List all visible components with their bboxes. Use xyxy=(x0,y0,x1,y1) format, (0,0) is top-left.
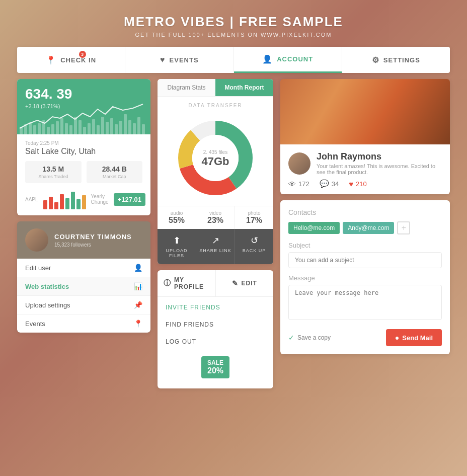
nav-events[interactable]: ♥ EVENTS xyxy=(125,47,233,73)
menu-edit-label: Edit user xyxy=(25,264,51,272)
likes-value: 210 xyxy=(356,180,367,188)
menu-item-edit[interactable]: Edit user 👤 xyxy=(17,259,150,277)
svg-rect-22 xyxy=(119,121,122,134)
tab-diagram-stats[interactable]: Diagram Stats xyxy=(158,79,215,96)
shares-label: Shares Traded xyxy=(30,174,76,179)
log-out-item[interactable]: LOG OUT xyxy=(158,333,273,350)
likes-stat: ♥ 210 xyxy=(349,180,367,188)
shares-box: 13.5 M Shares Traded xyxy=(25,161,82,183)
audio-label: audio xyxy=(158,210,196,216)
bar-6 xyxy=(71,192,75,209)
subject-input[interactable] xyxy=(288,252,442,268)
data-tabs: Diagram Stats Month Report xyxy=(158,79,273,97)
change-badge: +127.01 xyxy=(114,193,145,206)
message-textarea[interactable] xyxy=(288,285,442,320)
profile-followers: 15,323 followers xyxy=(54,242,132,248)
edit-label: EDIT xyxy=(242,280,257,287)
person-image-card: John Raymons Your talent amazes! This is… xyxy=(280,79,450,194)
save-copy-label: Save a copy xyxy=(297,334,331,341)
location-icon: 📍 xyxy=(46,55,56,65)
share-action[interactable]: ↗ SHARE LINK xyxy=(196,229,235,264)
profile-avatar xyxy=(25,228,48,252)
contacts-title: Contacts xyxy=(288,208,442,216)
bar-1 xyxy=(43,200,47,209)
person-info: John Raymons Your talent amazes! This is… xyxy=(317,151,442,175)
comment-icon: 💬 xyxy=(320,179,329,188)
svg-rect-4 xyxy=(38,123,41,134)
ticker-label: AAPL xyxy=(25,197,38,202)
views-value: 172 xyxy=(298,180,309,188)
nav-events-label: EVENTS xyxy=(170,56,199,64)
nav-bar: 📍 CHECK IN 3 ♥ EVENTS 👤 ACCOUNT ⚙ SETTIN… xyxy=(17,47,450,73)
profile-card: COURTNEY TIMMONS 15,323 followers Edit u… xyxy=(17,221,150,333)
nav-checkin[interactable]: 📍 CHECK IN 3 xyxy=(17,47,125,73)
contact-tag-1[interactable]: Hello@me.com xyxy=(288,222,340,234)
bar-3 xyxy=(54,202,58,209)
sale-pct: 20% xyxy=(206,366,224,375)
backup-action[interactable]: ↺ BACK UP xyxy=(235,229,273,264)
find-friends-item[interactable]: FIND FRIENDS xyxy=(158,316,273,333)
heart-icon: ♥ xyxy=(160,55,166,64)
nav-account[interactable]: 👤 ACCOUNT xyxy=(234,47,342,73)
page-subtitle: GET THE FULL 100+ ELEMENTS ON WWW.PIXELK… xyxy=(124,32,343,38)
stats-chart-area: 634. 39 +2.18 (3.71%) xyxy=(17,79,150,134)
add-contact-btn[interactable]: + xyxy=(397,221,410,234)
svg-rect-21 xyxy=(115,124,118,134)
menu-item-events[interactable]: Events 📍 xyxy=(17,314,150,333)
my-profile-header: ⓘ MY PROFILE ✎ EDIT xyxy=(158,270,273,297)
share-link-icon: ↗ xyxy=(196,235,235,246)
menu-item-upload[interactable]: Upload settings 📌 xyxy=(17,296,150,314)
save-copy-row: ✓ Save a copy xyxy=(288,334,331,342)
comments-stat: 💬 34 xyxy=(320,179,339,188)
nav-checkin-label: CHECK IN xyxy=(60,56,96,64)
message-label: Message xyxy=(288,274,442,282)
donut-center: 2. 435 files 47Gb xyxy=(201,149,229,168)
profile-header: COURTNEY TIMMONS 15,323 followers xyxy=(17,221,150,259)
data-actions-row: ⬆ UPLOAD FILES ↗ SHARE LINK ↺ BACK UP xyxy=(158,229,273,264)
svg-rect-20 xyxy=(110,118,113,134)
chart-svg xyxy=(17,99,150,134)
chart-icon: 📊 xyxy=(134,282,142,290)
likes-heart-icon: ♥ xyxy=(349,180,353,188)
main-content: 📍 CHECK IN 3 ♥ EVENTS 👤 ACCOUNT ⚙ SETTIN… xyxy=(17,47,450,388)
donut-chart-container: 2. 435 files 47Gb xyxy=(158,111,273,206)
backup-icon: ↺ xyxy=(235,235,273,246)
page-header: METRO VIBES | FREE SAMPLE GET THE FULL 1… xyxy=(124,0,343,47)
upload-action[interactable]: ⬆ UPLOAD FILES xyxy=(158,229,196,264)
sale-label: SALE xyxy=(206,359,224,366)
yearly-label: Yearly Change xyxy=(91,194,109,205)
yearly-section: AAPL Yearly Change +127.01 xyxy=(25,189,142,209)
upload-files-icon: ⬆ xyxy=(158,235,196,246)
person-stats: 👁 172 💬 34 ♥ 210 xyxy=(288,179,442,188)
bar-7 xyxy=(76,199,81,209)
send-mail-button[interactable]: ● Send Mail xyxy=(386,329,442,346)
svg-rect-25 xyxy=(133,123,136,134)
edit-icon: ✎ xyxy=(232,279,239,287)
svg-rect-16 xyxy=(92,119,95,134)
pin-icon: 📍 xyxy=(134,320,142,328)
menu-item-webstats[interactable]: Web statistics 📊 xyxy=(17,277,150,296)
mini-bars xyxy=(43,189,86,209)
tab-month-report[interactable]: Month Report xyxy=(215,79,273,96)
my-profile-menu: INVITE FRIENDS FIND FRIENDS LOG OUT xyxy=(158,297,273,352)
my-profile-btn[interactable]: ⓘ MY PROFILE xyxy=(158,270,216,296)
invite-friends-item[interactable]: INVITE FRIENDS xyxy=(158,299,273,316)
svg-rect-17 xyxy=(97,125,100,134)
audio-value: 55% xyxy=(158,216,196,225)
person-avatar xyxy=(288,152,310,175)
photo-stat: photo 17% xyxy=(235,206,273,229)
donut-files: 2. 435 files xyxy=(201,149,229,155)
mail-footer: ✓ Save a copy ● Send Mail xyxy=(288,329,442,346)
gear-icon: ⚙ xyxy=(372,55,379,65)
contact-tag-2[interactable]: Andy@me.com xyxy=(343,222,394,234)
bar-8 xyxy=(82,195,86,209)
upload-icon: 📌 xyxy=(134,301,142,309)
svg-rect-18 xyxy=(101,117,104,134)
svg-rect-9 xyxy=(60,118,63,134)
menu-events-label: Events xyxy=(25,320,45,328)
data-transfer-card: Diagram Stats Month Report DATA TRANSFER xyxy=(158,79,273,264)
page-title: METRO VIBES | FREE SAMPLE xyxy=(124,14,343,30)
nav-settings[interactable]: ⚙ SETTINGS xyxy=(342,47,450,73)
svg-rect-23 xyxy=(124,114,127,134)
edit-profile-btn[interactable]: ✎ EDIT xyxy=(216,270,274,296)
